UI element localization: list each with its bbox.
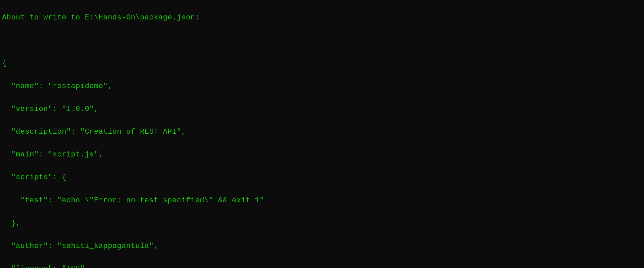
json-line: "author": "sahiti_kappagantula",: [2, 241, 642, 252]
json-line: },: [2, 218, 642, 229]
about-line: About to write to E:\Hands-On\package.js…: [2, 12, 642, 23]
json-line: {: [2, 58, 642, 69]
json-line: "version": "1.0.0",: [2, 104, 642, 115]
json-line: "description": "Creation of REST API",: [2, 126, 642, 138]
json-line: "main": "script.js",: [2, 149, 642, 160]
terminal-window[interactable]: About to write to E:\Hands-On\package.js…: [2, 1, 642, 268]
json-line: "name": "restapidemo",: [2, 81, 642, 92]
json-line: "test": "echo \"Error: no test specified…: [2, 195, 642, 206]
blank-line: [2, 35, 642, 46]
json-line: "license": "ISC": [2, 263, 642, 268]
json-line: "scripts": {: [2, 172, 642, 183]
